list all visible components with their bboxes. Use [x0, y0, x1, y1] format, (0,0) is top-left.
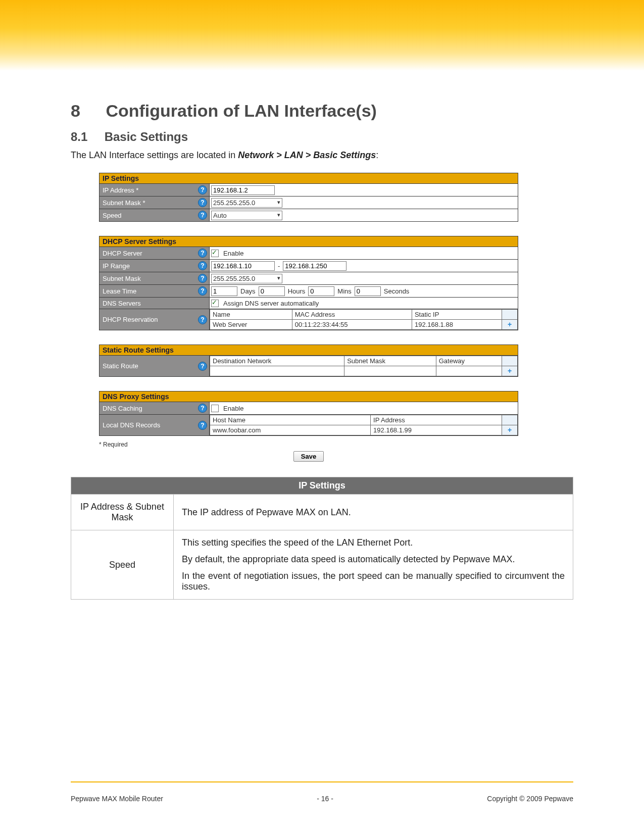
required-note: * Required — [99, 441, 518, 448]
label-dns-caching: DNS Caching ? — [100, 402, 210, 414]
desc-value: The IP address of Pepwave MAX on LAN. — [174, 495, 573, 530]
table-row: www.foobar.com 192.168.1.99 + — [210, 425, 518, 435]
col-dest: Destination Network — [210, 356, 344, 366]
nav-path: Network > LAN > Basic Settings — [238, 150, 376, 160]
label-static-route: Static Route ? — [100, 356, 210, 376]
label-text: Local DNS Records — [103, 421, 196, 429]
footer-page-number: - 16 - — [317, 795, 333, 803]
lease-days-input[interactable] — [211, 286, 237, 296]
value-subnet-mask: 255.255.255.0 — [210, 197, 518, 209]
lease-mins-input[interactable] — [308, 286, 334, 296]
subsection-title-text: Basic Settings — [105, 130, 188, 143]
dns-auto-label: Assign DNS server automatically — [223, 300, 319, 307]
row-speed: Speed ? Auto — [100, 209, 518, 221]
dhcp-enable-checkbox[interactable] — [211, 250, 219, 257]
section-heading: 8 Configuration of LAN Interface(s) — [71, 101, 573, 121]
value-ip-address — [210, 184, 518, 196]
lease-hours-input[interactable] — [259, 286, 285, 296]
label-subnet-mask: Subnet Mask * ? — [100, 197, 210, 209]
save-row: Save — [99, 451, 518, 462]
page-footer: Pepwave MAX Mobile Router - 16 - Copyrig… — [71, 795, 573, 803]
help-icon[interactable]: ? — [198, 315, 207, 324]
footer-left: Pepwave MAX Mobile Router — [71, 795, 163, 803]
col-name: Name — [210, 310, 292, 320]
cell-host[interactable]: www.foobar.com — [210, 425, 371, 435]
label-dhcp-server: DHCP Server ? — [100, 247, 210, 259]
row-dns-servers: DNS Servers Assign DNS server automatica… — [100, 298, 518, 309]
cell-name[interactable]: Web Server — [210, 320, 292, 330]
static-route-table: Destination Network Subnet Mask Gateway … — [210, 356, 518, 376]
dns-caching-checkbox[interactable] — [211, 405, 219, 412]
desc-text: By default, the appropriate data speed i… — [182, 554, 565, 565]
label-dhcp-reservation: DHCP Reservation ? — [100, 309, 210, 330]
cell-mac[interactable]: 00:11:22:33:44:55 — [292, 320, 412, 330]
panel-dns-proxy: DNS Proxy Settings DNS Caching ? Enable … — [99, 391, 518, 436]
enable-label: Enable — [223, 250, 243, 257]
footer-right: Copyright © 2009 Pepwave — [487, 795, 573, 803]
subsection-heading: 8.1 Basic Settings — [71, 130, 573, 144]
ip-range-to-input[interactable] — [283, 261, 346, 271]
table-header-row: Name MAC Address Static IP — [210, 310, 518, 320]
col-static-ip: Static IP — [412, 310, 502, 320]
label-text: Speed — [103, 212, 196, 219]
label-local-dns-records: Local DNS Records ? — [100, 415, 210, 435]
ip-address-input[interactable] — [211, 185, 275, 195]
add-dns-record-button[interactable]: + — [502, 425, 518, 435]
col-add — [502, 310, 518, 320]
plus-icon: + — [506, 367, 513, 374]
dns-auto-checkbox[interactable] — [211, 300, 219, 307]
cell-dest[interactable] — [210, 366, 344, 376]
row-static-route: Static Route ? Destination Network Subne… — [100, 356, 518, 376]
table-header-row: Host Name IP Address — [210, 415, 518, 425]
intro-post: : — [376, 150, 378, 160]
col-host: Host Name — [210, 415, 371, 425]
col-mask: Subnet Mask — [344, 356, 436, 366]
local-dns-table: Host Name IP Address www.foobar.com 192.… — [210, 415, 518, 435]
cell-mask[interactable] — [344, 366, 436, 376]
ip-settings-desc-table: IP Settings IP Address & Subnet Mask The… — [71, 477, 573, 600]
cell-gateway[interactable] — [436, 366, 502, 376]
label-text: DHCP Reservation — [103, 316, 196, 323]
help-icon[interactable]: ? — [198, 185, 207, 194]
add-route-button[interactable]: + — [502, 366, 518, 376]
col-ip: IP Address — [371, 415, 502, 425]
help-icon[interactable]: ? — [198, 404, 207, 413]
label-text: Subnet Mask * — [103, 199, 196, 207]
label-dns-servers: DNS Servers — [100, 298, 210, 309]
subnet-mask-select[interactable]: 255.255.255.0 — [211, 198, 282, 208]
label-text: IP Range — [103, 262, 196, 270]
lease-secs-input[interactable] — [355, 286, 381, 296]
desc-key: Speed — [71, 530, 174, 600]
help-icon[interactable]: ? — [198, 211, 207, 220]
label-text: DHCP Server — [103, 250, 196, 257]
help-icon[interactable]: ? — [198, 421, 207, 430]
label-text: DNS Caching — [103, 405, 196, 412]
add-reservation-button[interactable]: + — [502, 320, 518, 330]
label-text: DNS Servers — [103, 300, 207, 307]
intro-pre: The LAN Interface settings are located i… — [71, 150, 238, 160]
help-icon[interactable]: ? — [198, 362, 207, 371]
row-ip-address: IP Address * ? — [100, 184, 518, 197]
table-header-row: Destination Network Subnet Mask Gateway — [210, 356, 518, 366]
help-icon[interactable]: ? — [198, 274, 207, 283]
save-button[interactable]: Save — [293, 451, 324, 462]
help-icon[interactable]: ? — [198, 249, 207, 258]
mins-label: Mins — [337, 287, 351, 295]
section-title-text: Configuration of LAN Interface(s) — [106, 101, 376, 120]
help-icon[interactable]: ? — [198, 198, 207, 207]
cell-ip[interactable]: 192.168.1.99 — [371, 425, 502, 435]
ip-range-from-input[interactable] — [211, 261, 275, 271]
label-text: Lease Time — [103, 287, 196, 295]
col-add — [502, 415, 518, 425]
help-icon[interactable]: ? — [198, 261, 207, 270]
cell-ip[interactable]: 192.168.1.88 — [412, 320, 502, 330]
desc-key: IP Address & Subnet Mask — [71, 495, 174, 530]
help-icon[interactable]: ? — [198, 286, 207, 296]
label-lease-time: Lease Time ? — [100, 285, 210, 297]
label-ip-range: IP Range ? — [100, 260, 210, 272]
panel-header-static: Static Route Settings — [100, 345, 518, 356]
dhcp-subnet-select[interactable]: 255.255.255.0 — [211, 274, 282, 283]
row-local-dns-records: Local DNS Records ? Host Name IP Address… — [100, 415, 518, 435]
label-text: Subnet Mask — [103, 275, 196, 282]
speed-select[interactable]: Auto — [211, 211, 282, 220]
